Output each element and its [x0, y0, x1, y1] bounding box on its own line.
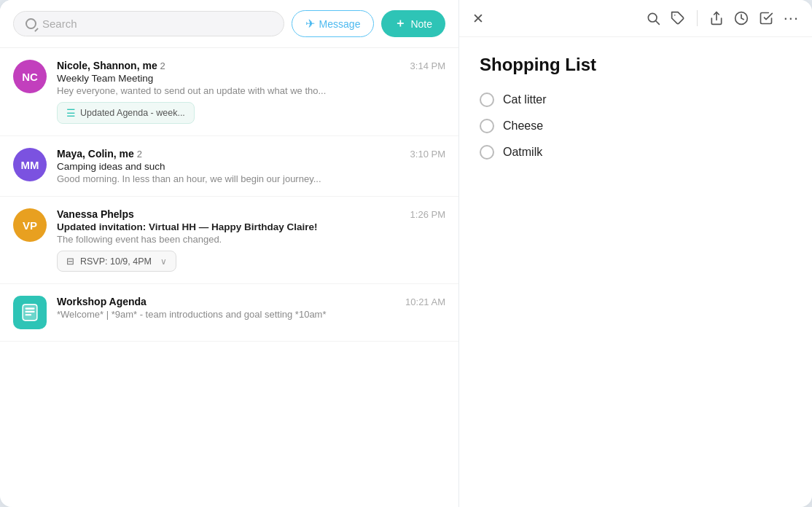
- checklist-item: Cat litter: [480, 93, 792, 107]
- message-content: Maya, Colin, me 2 3:10 PM Camping ideas …: [57, 148, 445, 184]
- message-arrow-icon: ✈: [305, 17, 315, 31]
- svg-line-9: [655, 21, 659, 25]
- note-body: Shopping List Cat litter Cheese Oatmilk: [459, 37, 812, 507]
- toolbar-divider: [697, 10, 698, 26]
- note-title: Shopping List: [480, 55, 792, 75]
- message-header: Nicole, Shannon, me 2 3:14 PM: [57, 60, 445, 71]
- message-preview: The following event has been changed.: [57, 234, 392, 245]
- message-list: NC Nicole, Shannon, me 2 3:14 PM Weekly …: [0, 48, 458, 507]
- message-content: Nicole, Shannon, me 2 3:14 PM Weekly Tea…: [57, 60, 445, 124]
- checkbox-oatmilk[interactable]: [480, 145, 494, 160]
- message-header: Maya, Colin, me 2 3:10 PM: [57, 148, 445, 160]
- rsvp-label: RSVP: 10/9, 4PM: [80, 256, 152, 267]
- plus-icon: ＋: [394, 16, 406, 31]
- more-button[interactable]: ···: [784, 9, 799, 28]
- note-button[interactable]: ＋ Note: [381, 10, 445, 37]
- sender-name: Maya, Colin, me 2: [57, 148, 142, 160]
- checkbox-cheese[interactable]: [480, 119, 494, 133]
- message-subject: Updated invitation: Virtual HH — Happy B…: [57, 221, 445, 232]
- right-panel: ✕: [459, 0, 812, 507]
- message-time: 3:10 PM: [410, 149, 445, 160]
- right-toolbar: ✕: [459, 0, 812, 37]
- sender-name: Workshop Agenda: [57, 296, 147, 307]
- list-item[interactable]: NC Nicole, Shannon, me 2 3:14 PM Weekly …: [0, 48, 458, 136]
- message-count: 2: [137, 149, 142, 160]
- close-button[interactable]: ✕: [472, 10, 484, 27]
- list-item[interactable]: VP Vanessa Phelps 1:26 PM Updated invita…: [0, 197, 458, 284]
- message-preview: Hey everyone, wanted to send out an upda…: [57, 85, 392, 96]
- checkbox-cat-litter[interactable]: [480, 93, 494, 107]
- tag-button[interactable]: [671, 11, 685, 25]
- message-button[interactable]: ✈ Message: [292, 10, 375, 37]
- sender-name: Nicole, Shannon, me 2: [57, 60, 165, 71]
- attachment-pill[interactable]: ☰ Updated Agenda - week...: [57, 102, 195, 124]
- checklist-item: Cheese: [480, 119, 792, 133]
- search-button[interactable]: [646, 11, 660, 25]
- list-item[interactable]: MM Maya, Colin, me 2 3:10 PM Camping ide…: [0, 136, 458, 197]
- avatar: [13, 296, 47, 329]
- rsvp-pill[interactable]: ⊟ RSVP: 10/9, 4PM ∨: [57, 251, 176, 272]
- calendar-icon: ⊟: [66, 256, 74, 267]
- checklist-label: Cheese: [503, 119, 543, 133]
- avatar: MM: [13, 148, 47, 181]
- search-placeholder: Search: [42, 17, 77, 30]
- left-panel: Search ✈ Message ＋ Note NC: [0, 0, 459, 507]
- checklist-label: Oatmilk: [503, 146, 542, 159]
- avatar-initials: MM: [21, 159, 39, 171]
- attachment-icon: ☰: [66, 107, 76, 119]
- avatar: VP: [13, 208, 47, 242]
- message-button-label: Message: [319, 18, 361, 30]
- message-time: 3:14 PM: [410, 60, 445, 71]
- message-preview: *Welcome* | *9am* - team introductions a…: [57, 309, 392, 320]
- attachment-label: Updated Agenda - week...: [80, 108, 185, 118]
- message-time: 10:21 AM: [405, 296, 445, 307]
- sender-name: Vanessa Phelps: [57, 208, 134, 220]
- checklist-button[interactable]: [759, 11, 773, 25]
- workshop-note-icon: [20, 303, 39, 322]
- note-button-label: Note: [410, 18, 432, 30]
- message-time: 1:26 PM: [410, 209, 445, 220]
- search-icon: [26, 18, 36, 29]
- search-box[interactable]: Search: [13, 11, 284, 36]
- message-header: Vanessa Phelps 1:26 PM: [57, 208, 445, 220]
- share-button[interactable]: [709, 11, 724, 25]
- message-preview: Good morning. In less than an hour, we w…: [57, 173, 392, 184]
- message-header: Workshop Agenda 10:21 AM: [57, 296, 445, 307]
- checklist-item: Oatmilk: [480, 145, 792, 160]
- avatar: NC: [13, 60, 47, 93]
- message-subject: Camping ideas and such: [57, 161, 445, 172]
- message-count: 2: [160, 60, 165, 71]
- checklist-label: Cat litter: [503, 93, 547, 106]
- avatar-initials: NC: [22, 71, 38, 83]
- message-subject: Weekly Team Meeting: [57, 73, 445, 84]
- history-button[interactable]: [734, 11, 749, 25]
- chevron-down-icon: ∨: [160, 256, 167, 267]
- top-bar: Search ✈ Message ＋ Note: [0, 0, 458, 48]
- message-content: Workshop Agenda 10:21 AM *Welcome* | *9a…: [57, 296, 445, 320]
- avatar-initials: VP: [23, 219, 37, 232]
- list-item[interactable]: Workshop Agenda 10:21 AM *Welcome* | *9a…: [0, 284, 458, 342]
- message-content: Vanessa Phelps 1:26 PM Updated invitatio…: [57, 208, 445, 272]
